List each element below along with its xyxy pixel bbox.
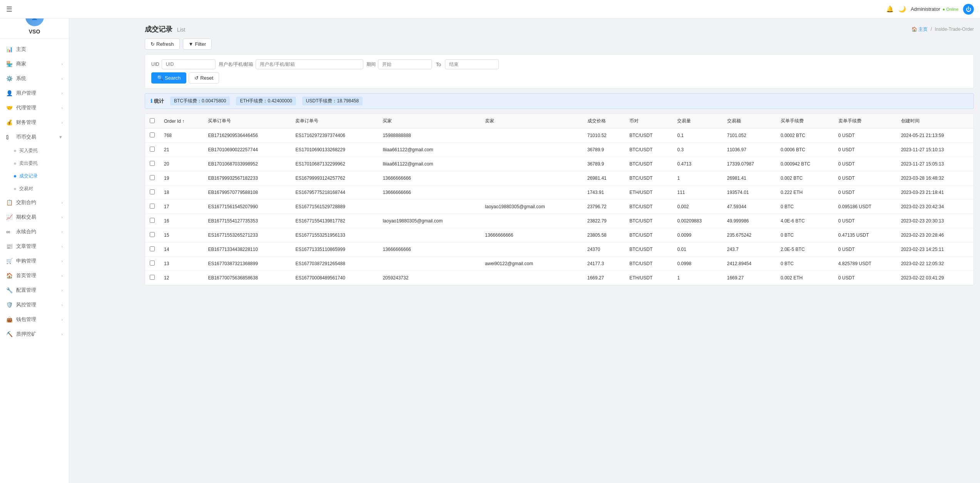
table-row: 13 ES16770387321368899 ES167703872912654… [145, 257, 973, 271]
sidebar-item-trade-record[interactable]: 成交记录 [0, 170, 69, 182]
menu-label: 配置管理 [16, 287, 36, 294]
menu-label: 钱包管理 [16, 316, 36, 323]
breadcrumb-home-link[interactable]: 主页 [918, 27, 928, 32]
user-input[interactable] [256, 59, 363, 69]
cell-currency: BTC/USDT [625, 143, 672, 157]
sidebar-item-agent[interactable]: 🤝代理管理› [0, 100, 69, 115]
row-checkbox[interactable] [150, 246, 155, 251]
row-checkbox[interactable] [150, 275, 155, 280]
menu-label: 币币交易 [16, 134, 36, 140]
row-checkbox[interactable] [150, 161, 155, 166]
uid-input[interactable] [162, 59, 216, 69]
cell-volume: 0.1 [672, 129, 722, 143]
submenu-label: 交易对 [19, 186, 33, 192]
cell-created: 2023-03-23 21:18:41 [896, 186, 973, 200]
cell-buyer: lliiaa661122@gmail.com [378, 143, 480, 157]
row-checkbox[interactable] [150, 204, 155, 209]
sidebar-item-article[interactable]: 📰文章管理› [0, 239, 69, 254]
sidebar-item-merchant[interactable]: 🏪商家› [0, 57, 69, 71]
perpetual-icon: ∞ [6, 229, 13, 235]
cell-sell-order: ES16771335110865999 [291, 242, 378, 257]
cell-seller [480, 129, 583, 143]
cell-seller-fee: 0.095186 USDT [834, 200, 896, 214]
arrow-icon: › [61, 62, 63, 66]
sidebar-item-risk[interactable]: 🛡️风控管理› [0, 297, 69, 312]
refresh-button[interactable]: ↻ Refresh [145, 38, 180, 50]
col-amount: 交易额 [722, 114, 776, 129]
stats-title: ℹ 统计 [151, 98, 164, 105]
cell-price: 71010.52 [583, 129, 625, 143]
table-row: 768 EB17162909536446456 ES17162972397374… [145, 129, 973, 143]
row-checkbox[interactable] [150, 189, 155, 194]
refresh-icon: ↻ [151, 41, 155, 47]
cell-seller-fee: 0.47135 USDT [834, 228, 896, 242]
cell-sell-order: ES16771561529728889 [291, 200, 378, 214]
purchase-icon: 🛒 [6, 258, 13, 264]
agent-icon: 🤝 [6, 105, 13, 111]
sidebar-item-purchase[interactable]: 🛒申购管理› [0, 254, 69, 268]
sidebar-item-buy-order[interactable]: 买入委托 [0, 144, 69, 157]
date-field: 期间 To [366, 59, 499, 69]
table-row: 12 EB16770075636858638 ES167700084895617… [145, 271, 973, 285]
row-checkbox[interactable] [150, 218, 155, 223]
sidebar-item-sell-order[interactable]: 卖出委托 [0, 157, 69, 170]
search-button[interactable]: 🔍 Search [151, 72, 186, 84]
merchant-icon: 🏪 [6, 61, 13, 67]
moon-icon[interactable]: 🌙 [898, 5, 906, 13]
cell-currency: BTC/USDT [625, 171, 672, 186]
col-price: 成交价格 [583, 114, 625, 129]
cell-price: 23796.72 [583, 200, 625, 214]
sidebar-item-user[interactable]: 👤用户管理› [0, 86, 69, 100]
menu-label: 系统 [16, 75, 26, 82]
select-all-checkbox[interactable] [150, 118, 155, 123]
cell-buyer-fee: 0.002 BTC [776, 171, 834, 186]
username-label: Administrator [911, 6, 940, 12]
sidebar-item-options[interactable]: 📈期权交易› [0, 210, 69, 224]
date-to-input[interactable] [445, 59, 499, 69]
stats-btc: BTC手续费：0.00475800 [170, 97, 230, 105]
power-button[interactable]: ⏻ [963, 4, 974, 15]
config-icon: 🔧 [6, 287, 13, 293]
sidebar-item-coin-trade[interactable]: ₿币币交易▼ [0, 130, 69, 144]
sidebar-item-config[interactable]: 🔧配置管理› [0, 283, 69, 297]
cell-created: 2023-03-28 16:48:32 [896, 171, 973, 186]
sidebar-item-perpetual[interactable]: ∞永续合约› [0, 224, 69, 239]
row-checkbox[interactable] [150, 232, 155, 237]
search-row: UID 用户名/手机/邮箱 期间 To [151, 59, 967, 69]
sidebar-item-homepage[interactable]: 🏠首页管理› [0, 268, 69, 283]
menu-label: 商家 [16, 60, 26, 67]
row-checkbox[interactable] [150, 261, 155, 266]
uid-label: UID [151, 62, 159, 67]
bell-icon[interactable]: 🔔 [886, 5, 894, 13]
cell-buy-order: EB16799932567182233 [203, 171, 291, 186]
cell-buyer: 13666666666 [378, 171, 480, 186]
row-checkbox[interactable] [150, 175, 155, 180]
search-icon: 🔍 [157, 75, 163, 81]
cell-price: 23805.58 [583, 228, 625, 242]
sidebar-item-wallet[interactable]: 👜钱包管理› [0, 312, 69, 327]
sidebar-item-system[interactable]: ⚙️系统› [0, 71, 69, 86]
row-checkbox[interactable] [150, 147, 155, 152]
arrow-icon: › [61, 105, 63, 110]
cell-buyer-fee: 0.002 ETH [776, 271, 834, 285]
sidebar-item-contract[interactable]: 📋交割合约› [0, 195, 69, 210]
date-from-input[interactable] [378, 59, 432, 69]
breadcrumb: 🏠 主页 / Inside-Trade-Order [911, 26, 974, 33]
cell-volume: 1 [672, 171, 722, 186]
cell-price: 1743.91 [583, 186, 625, 200]
cell-buyer-fee: 0.0002 BTC [776, 129, 834, 143]
hamburger-icon[interactable]: ☰ [6, 5, 12, 13]
sidebar-item-finance[interactable]: 💰财务管理› [0, 115, 69, 130]
reset-button[interactable]: ↺ Reset [189, 72, 219, 84]
sidebar-item-trade-pair[interactable]: 交易对 [0, 182, 69, 195]
row-checkbox[interactable] [150, 132, 155, 137]
cell-seller [480, 143, 583, 157]
sidebar-item-mining[interactable]: ⛏️质押挖矿› [0, 327, 69, 341]
cell-seller [480, 214, 583, 228]
cell-sell-order: ES17010690133268229 [291, 143, 378, 157]
dot-icon [14, 175, 16, 177]
filter-button[interactable]: ▼ Filter [183, 38, 212, 50]
sidebar-item-home[interactable]: 📊主页 [0, 42, 69, 57]
options-icon: 📈 [6, 214, 13, 220]
arrow-icon: › [61, 273, 63, 278]
